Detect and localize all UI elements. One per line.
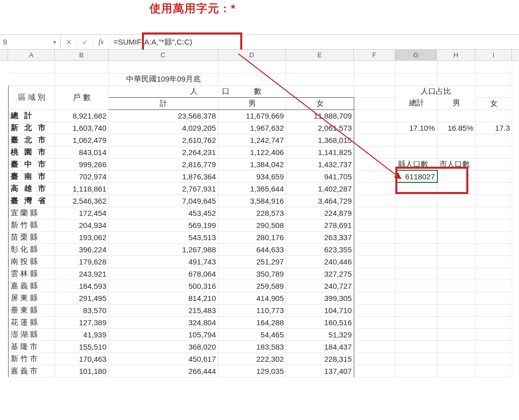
col-header-D[interactable]: D: [218, 50, 286, 60]
cell-g[interactable]: [396, 195, 437, 207]
cell-total[interactable]: 2,767,931: [109, 182, 218, 195]
cell-male[interactable]: 290,508: [218, 219, 286, 231]
cell-i[interactable]: [476, 207, 512, 219]
cell-blank[interactable]: [354, 182, 396, 195]
cell-h[interactable]: [437, 268, 476, 280]
hdr-ratio[interactable]: 人口占比: [396, 85, 476, 97]
cell-h[interactable]: [437, 292, 476, 304]
cell-i[interactable]: [476, 353, 512, 365]
cell-total[interactable]: 543,513: [109, 231, 218, 243]
cell-region[interactable]: 臺 中 市: [9, 158, 55, 170]
cell-male[interactable]: 1,365,644: [218, 182, 286, 195]
cell-region[interactable]: 總 計: [9, 109, 55, 122]
cell-h[interactable]: [437, 280, 476, 292]
col-header-C[interactable]: C: [108, 50, 218, 60]
cell-h[interactable]: [437, 219, 476, 231]
cell-households[interactable]: 8,921,682: [55, 109, 109, 122]
cell-male[interactable]: 644,633: [218, 243, 286, 255]
cell-total[interactable]: 23,568,378: [109, 109, 218, 122]
col-header-E[interactable]: E: [286, 50, 354, 60]
cell-female[interactable]: 51,329: [286, 328, 354, 340]
cell-male[interactable]: 251,297: [218, 255, 286, 268]
cell-g[interactable]: [396, 280, 437, 292]
cell-households[interactable]: 2,546,362: [55, 195, 109, 207]
cell-g[interactable]: [396, 207, 437, 219]
cell-region[interactable]: 屏東縣: [9, 292, 55, 304]
name-box[interactable]: 9 ▼: [0, 35, 61, 49]
cell-female[interactable]: 1,368,015: [286, 134, 354, 146]
cell-blank[interactable]: [354, 316, 396, 328]
cell-blank[interactable]: [354, 231, 396, 243]
cell-households[interactable]: 1,118,861: [55, 182, 109, 195]
cell-male[interactable]: 164,288: [218, 316, 286, 328]
cell-households[interactable]: 1,062,479: [55, 134, 109, 146]
cell-households[interactable]: 204,934: [55, 219, 109, 231]
enter-icon[interactable]: ✓: [77, 35, 93, 49]
hdr-ratio-female[interactable]: 女: [476, 97, 512, 109]
cell-total[interactable]: 814,210: [109, 292, 218, 304]
cell-h[interactable]: 市人口數: [437, 158, 476, 170]
cell-i[interactable]: [476, 304, 512, 316]
cell-households[interactable]: 101,180: [55, 365, 109, 377]
cell-households[interactable]: 291,495: [55, 292, 109, 304]
cell-region[interactable]: 彰化縣: [9, 243, 55, 255]
cell-total[interactable]: 450,617: [109, 353, 218, 365]
cell-i[interactable]: [476, 292, 512, 304]
cell-blank[interactable]: [354, 304, 396, 316]
cell-g[interactable]: [396, 134, 437, 146]
cell-region[interactable]: 新 北 市: [9, 122, 55, 134]
cell-g[interactable]: 6118027: [396, 170, 437, 182]
cell-region[interactable]: 高 雄 市: [9, 182, 55, 195]
cell-total[interactable]: 266,444: [109, 365, 218, 377]
cell-h[interactable]: [437, 243, 476, 255]
cell-h[interactable]: [437, 134, 476, 146]
cell-g[interactable]: [396, 268, 437, 280]
cancel-icon[interactable]: ✕: [61, 35, 77, 49]
cell-h[interactable]: [437, 170, 476, 182]
cell-i[interactable]: [476, 158, 512, 170]
cell-total[interactable]: 453,452: [109, 207, 218, 219]
title-cell[interactable]: 中華民國109年09月底: [109, 73, 218, 85]
cell-male[interactable]: 350,789: [218, 268, 286, 280]
fx-icon[interactable]: fx: [93, 35, 109, 49]
cell-h[interactable]: [437, 304, 476, 316]
col-header-F[interactable]: F: [354, 50, 395, 60]
cell-region[interactable]: 嘉義縣: [9, 280, 55, 292]
hdr-ratio-male[interactable]: 男: [437, 97, 476, 109]
cell-h[interactable]: [437, 353, 476, 365]
cell-i[interactable]: [476, 268, 512, 280]
cell-i[interactable]: [476, 280, 512, 292]
cell-female[interactable]: 104,710: [286, 304, 354, 316]
cell-h[interactable]: [437, 182, 476, 195]
cell-male[interactable]: 228,573: [218, 207, 286, 219]
hdr-region[interactable]: 區 域 別: [9, 85, 55, 109]
cell-i[interactable]: [476, 243, 512, 255]
cell-h[interactable]: [437, 255, 476, 268]
cell-blank[interactable]: [354, 207, 396, 219]
cell-total[interactable]: 368,020: [109, 340, 218, 353]
cell-male[interactable]: 934,659: [218, 170, 286, 182]
cell-blank[interactable]: [354, 146, 396, 158]
cell-i[interactable]: [476, 316, 512, 328]
cell-i[interactable]: [476, 109, 512, 122]
name-box-dropdown-icon[interactable]: ▼: [52, 40, 57, 45]
cell-i[interactable]: [476, 255, 512, 268]
cell-i[interactable]: [476, 219, 512, 231]
cell-female[interactable]: 327,275: [286, 268, 354, 280]
cell-male[interactable]: 1,967,632: [218, 122, 286, 134]
col-header-B[interactable]: B: [55, 50, 108, 60]
cell-blank[interactable]: [354, 158, 396, 170]
cell-female[interactable]: 3,464,729: [286, 195, 354, 207]
cell-region[interactable]: 臺 北 市: [9, 134, 55, 146]
cell-households[interactable]: 172,454: [55, 207, 109, 219]
cell-female[interactable]: 240,446: [286, 255, 354, 268]
cell-households[interactable]: 179,628: [55, 255, 109, 268]
cell-g[interactable]: [396, 304, 437, 316]
cell-blank[interactable]: [354, 122, 396, 134]
cell-female[interactable]: 2,061,573: [286, 122, 354, 134]
cell-households[interactable]: 184,593: [55, 280, 109, 292]
cell-total[interactable]: 1,876,364: [109, 170, 218, 182]
cell-female[interactable]: 137,407: [286, 365, 354, 377]
cell-i[interactable]: 17.3: [476, 122, 512, 134]
cell-male[interactable]: 110,773: [218, 304, 286, 316]
